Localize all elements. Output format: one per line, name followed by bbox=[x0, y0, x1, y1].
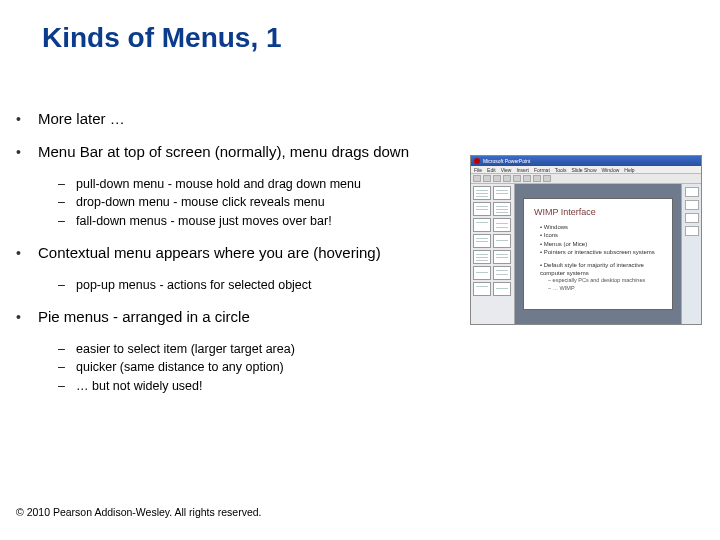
bullet-level2: –drop-down menu - mouse click reveals me… bbox=[56, 194, 456, 211]
thumbnail-icon bbox=[493, 186, 511, 200]
inner-bullet: • Menus (or Mice) bbox=[540, 240, 662, 248]
inner-bullet: • Default style for majority of interact… bbox=[540, 261, 662, 278]
thumbnail-icon bbox=[473, 250, 491, 264]
app-icon bbox=[474, 158, 480, 164]
dash-icon: – bbox=[56, 194, 76, 211]
bullet-text: pop-up menus - actions for selected obje… bbox=[76, 277, 456, 294]
content-column: • More later … • Menu Bar at top of scre… bbox=[16, 110, 456, 409]
bullet-level2: –fall-down menus - mouse just moves over… bbox=[56, 213, 456, 230]
thumbnail-icon bbox=[493, 202, 511, 216]
inner-bullet: • Pointers or interactive subscreen syst… bbox=[540, 248, 662, 256]
editor-area: WIMP Interface • Windows • Icons • Menus… bbox=[471, 184, 701, 324]
copyright-footer: © 2010 Pearson Addison-Wesley. All right… bbox=[16, 506, 261, 518]
menu-item: Insert bbox=[516, 167, 529, 173]
pane-item-icon bbox=[685, 213, 699, 223]
bullet-dot-icon: • bbox=[16, 110, 38, 129]
thumbnail-icon bbox=[473, 218, 491, 232]
bullet-dot-icon: • bbox=[16, 308, 38, 327]
bullet-text: Contextual menu appears where you are (h… bbox=[38, 244, 456, 263]
dash-icon: – bbox=[56, 213, 76, 230]
menu-item: Format bbox=[534, 167, 550, 173]
bullet-level1: • Contextual menu appears where you are … bbox=[16, 244, 456, 263]
dash-icon: – bbox=[56, 359, 76, 376]
bullet-level2: –quicker (same distance to any option) bbox=[56, 359, 456, 376]
bullet-dot-icon: • bbox=[16, 244, 38, 263]
dash-icon: – bbox=[56, 277, 76, 294]
toolbar-button-icon bbox=[473, 175, 481, 182]
bullet-level2: –easier to select item (larger target ar… bbox=[56, 341, 456, 358]
task-pane bbox=[681, 184, 701, 324]
bullet-text: easier to select item (larger target are… bbox=[76, 341, 456, 358]
bullet-text: quicker (same distance to any option) bbox=[76, 359, 456, 376]
screenshot-illustration: Microsoft PowerPoint File Edit View Inse… bbox=[470, 155, 702, 325]
bullet-text: Pie menus - arranged in a circle bbox=[38, 308, 456, 327]
slide-canvas: WIMP Interface • Windows • Icons • Menus… bbox=[515, 184, 681, 324]
thumbnail-icon bbox=[473, 234, 491, 248]
bullet-dot-icon: • bbox=[16, 143, 38, 162]
dash-icon: – bbox=[56, 176, 76, 193]
sub-bullets: –pop-up menus - actions for selected obj… bbox=[56, 277, 456, 294]
bullet-level1: • Pie menus - arranged in a circle bbox=[16, 308, 456, 327]
pane-item-icon bbox=[685, 226, 699, 236]
thumbnail-icon bbox=[493, 266, 511, 280]
thumbnail-icon bbox=[473, 282, 491, 296]
thumbnail-icon bbox=[493, 218, 511, 232]
sub-bullets: –pull-down menu - mouse hold and drag do… bbox=[56, 176, 456, 231]
dash-icon: – bbox=[56, 341, 76, 358]
slide-thumbnails bbox=[471, 184, 515, 324]
toolbar-button-icon bbox=[543, 175, 551, 182]
bullet-level2: –pull-down menu - mouse hold and drag do… bbox=[56, 176, 456, 193]
menu-item: Slide Show bbox=[571, 167, 596, 173]
bullet-level1: • Menu Bar at top of screen (normally), … bbox=[16, 143, 456, 162]
bullet-text: drop-down menu - mouse click reveals men… bbox=[76, 194, 456, 211]
pane-item-icon bbox=[685, 200, 699, 210]
slide-title: Kinds of Menus, 1 bbox=[0, 0, 720, 54]
menu-item: Window bbox=[602, 167, 620, 173]
bullet-level2: –pop-up menus - actions for selected obj… bbox=[56, 277, 456, 294]
dash-icon: – bbox=[56, 378, 76, 395]
toolbar-button-icon bbox=[493, 175, 501, 182]
toolbar-button-icon bbox=[513, 175, 521, 182]
titlebar: Microsoft PowerPoint bbox=[471, 156, 701, 166]
thumbnail-icon bbox=[493, 282, 511, 296]
bullet-text: Menu Bar at top of screen (normally), me… bbox=[38, 143, 456, 162]
menu-item: File bbox=[474, 167, 482, 173]
inner-subbullet: – especially PCs and desktop machines bbox=[548, 277, 662, 285]
inner-bullet: • Windows bbox=[540, 223, 662, 231]
bullet-level1: • More later … bbox=[16, 110, 456, 129]
toolbar-button-icon bbox=[533, 175, 541, 182]
bullet-text: … but not widely used! bbox=[76, 378, 456, 395]
thumbnail-icon bbox=[473, 186, 491, 200]
pane-item-icon bbox=[685, 187, 699, 197]
menubar: File Edit View Insert Format Tools Slide… bbox=[471, 166, 701, 174]
thumbnail-icon bbox=[493, 250, 511, 264]
inner-slide-title: WIMP Interface bbox=[534, 207, 662, 217]
thumbnail-icon bbox=[493, 234, 511, 248]
toolbar-button-icon bbox=[523, 175, 531, 182]
menu-item: View bbox=[501, 167, 512, 173]
bullet-text: fall-down menus - mouse just moves over … bbox=[76, 213, 456, 230]
toolbar-button-icon bbox=[503, 175, 511, 182]
bullet-level2: –… but not widely used! bbox=[56, 378, 456, 395]
toolbar-button-icon bbox=[483, 175, 491, 182]
bullet-text: More later … bbox=[38, 110, 456, 129]
inner-bullet: • Icons bbox=[540, 231, 662, 239]
thumbnail-icon bbox=[473, 266, 491, 280]
toolbar bbox=[471, 174, 701, 184]
thumbnail-icon bbox=[473, 202, 491, 216]
slide-preview: WIMP Interface • Windows • Icons • Menus… bbox=[523, 198, 673, 310]
menu-item: Edit bbox=[487, 167, 496, 173]
menu-item: Tools bbox=[555, 167, 567, 173]
menu-item: Help bbox=[624, 167, 634, 173]
inner-subbullet: – … WIMP bbox=[548, 285, 662, 293]
sub-bullets: –easier to select item (larger target ar… bbox=[56, 341, 456, 396]
app-title: Microsoft PowerPoint bbox=[483, 158, 530, 164]
bullet-text: pull-down menu - mouse hold and drag dow… bbox=[76, 176, 456, 193]
